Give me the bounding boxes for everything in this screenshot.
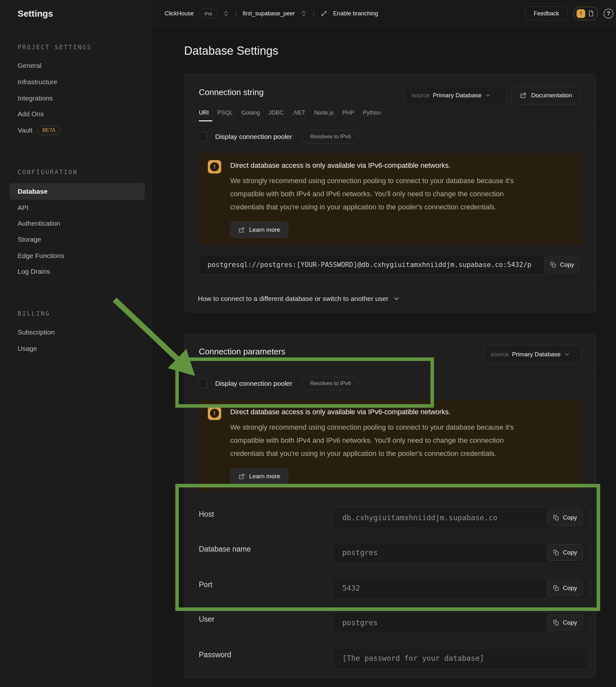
port-label: Port	[199, 578, 212, 591]
alert-icon: !	[577, 9, 585, 18]
copy-icon	[553, 549, 559, 556]
sidebar-item-subscription[interactable]: Subscription	[18, 326, 55, 339]
feedback-button[interactable]: Feedback	[525, 6, 568, 21]
sidebar-item-storage[interactable]: Storage	[18, 233, 41, 246]
tab-jdbc[interactable]: JDBC	[269, 110, 284, 116]
card-divider	[184, 285, 596, 285]
connect-different-database-toggle[interactable]: How to connect to a different database o…	[198, 289, 400, 308]
tab-python[interactable]: Python	[363, 110, 381, 116]
display-pooler-label: Display connection pooler	[215, 380, 292, 387]
copy-icon	[553, 514, 559, 521]
tab-dotnet[interactable]: .NET	[292, 110, 305, 116]
learn-more-button[interactable]: Learn more	[230, 468, 288, 484]
exclamation-glyph: !	[210, 162, 219, 171]
sidebar-item-add-ons[interactable]: Add Ons	[18, 108, 44, 120]
copy-connection-string-button[interactable]: Copy	[544, 257, 580, 273]
copy-icon	[553, 585, 559, 591]
chevrons-up-down-icon[interactable]	[223, 10, 229, 17]
copy-database-name-button[interactable]: Copy	[547, 544, 583, 561]
connect-different-database-label: How to connect to a different database o…	[198, 295, 388, 303]
sidebar-item-integrations[interactable]: Integrations	[18, 92, 53, 105]
warning-body-line: We strongly recommend using connection p…	[230, 174, 514, 187]
copy-port-button[interactable]: Copy	[547, 580, 583, 596]
copy-label: Copy	[563, 549, 577, 556]
source-select-value: Primary Database	[433, 92, 482, 99]
display-connection-pooler-checkbox[interactable]	[198, 379, 207, 388]
chevrons-up-down-icon[interactable]	[301, 10, 307, 17]
tab-psql[interactable]: PSQL	[217, 110, 233, 116]
tab-golang[interactable]: Golang	[241, 110, 260, 116]
breadcrumb-separator: /	[313, 10, 315, 17]
help-icon[interactable]: ?	[603, 9, 613, 19]
password-label: Password	[199, 648, 231, 661]
warning-body: We strongly recommend using connection p…	[230, 421, 514, 460]
source-select[interactable]: source Primary Database	[405, 86, 506, 104]
copy-icon	[553, 619, 559, 626]
warning-title: Direct database access is only available…	[230, 408, 450, 416]
learn-more-label: Learn more	[249, 473, 280, 480]
resolves-ipv6-badge: Resolves to IPv6	[302, 377, 358, 390]
tab-php[interactable]: PHP	[342, 110, 354, 116]
connection-parameters-card: Connection parameters source Primary Dat…	[184, 334, 596, 678]
chevron-down-icon	[564, 351, 570, 358]
documentation-button[interactable]: Documentation	[512, 86, 580, 104]
settings-sidebar: Settings PROJECT SETTINGS General Infras…	[0, 0, 152, 687]
copy-label: Copy	[560, 261, 574, 268]
sidebar-item-api[interactable]: API	[18, 201, 28, 214]
sidebar-item-authentication[interactable]: Authentication	[18, 217, 60, 230]
display-pooler-row: Display connection pooler Resolves to IP…	[198, 374, 358, 393]
warning-body-line: credentials that you're using in your ap…	[230, 200, 514, 214]
warning-title: Direct database access is only available…	[230, 161, 450, 170]
display-connection-pooler-checkbox[interactable]	[198, 132, 207, 141]
warning-icon: !	[208, 406, 221, 420]
copy-label: Copy	[563, 584, 577, 592]
copy-user-button[interactable]: Copy	[547, 614, 583, 631]
sidebar-item-edge-functions[interactable]: Edge Functions	[18, 249, 64, 262]
connection-string-value[interactable]: postgresql://postgres:[YOUR-PASSWORD]@db…	[199, 255, 582, 275]
sidebar-item-log-drains[interactable]: Log Drains	[18, 265, 50, 278]
exclamation-glyph: !	[210, 409, 219, 418]
project-name[interactable]: first_supabase_peer	[243, 10, 295, 17]
password-value[interactable]: [The password for your database]	[332, 648, 589, 669]
external-link-icon	[238, 473, 245, 480]
connection-string-title: Connection string	[199, 87, 264, 97]
org-name[interactable]: ClickHouse	[164, 10, 194, 17]
sidebar-divider	[0, 293, 152, 294]
breadcrumb: ClickHouse Pro / first_supabase_peer / E…	[164, 9, 378, 18]
sidebar-item-infrastructure[interactable]: Infrastructure	[18, 75, 57, 88]
display-pooler-label: Display connection pooler	[215, 133, 292, 140]
breadcrumb-separator: /	[235, 10, 237, 17]
source-select[interactable]: source Primary Database	[484, 346, 581, 363]
copy-host-button[interactable]: Copy	[547, 509, 583, 526]
warning-icon: !	[208, 160, 221, 174]
topbar-actions: Feedback ! ?	[525, 6, 613, 21]
resolves-ipv6-badge: Resolves to IPv6	[302, 130, 358, 143]
source-select-value: Primary Database	[512, 351, 560, 358]
section-label-configuration: CONFIGURATION	[18, 169, 78, 175]
copy-label: Copy	[563, 619, 577, 626]
connection-parameters-title: Connection parameters	[199, 347, 285, 357]
notification-status-pill[interactable]: !	[573, 7, 598, 20]
sidebar-item-usage[interactable]: Usage	[18, 342, 37, 355]
learn-more-button[interactable]: Learn more	[230, 222, 288, 238]
tab-uri[interactable]: URI	[199, 110, 209, 116]
warning-body-line: credentials that you're using in your ap…	[230, 447, 514, 460]
ipv6-warning-banner: ! Direct database access is only availab…	[199, 153, 582, 245]
tab-nodejs[interactable]: Node.js	[314, 110, 334, 116]
source-select-label: source	[412, 92, 430, 99]
user-label: User	[199, 613, 215, 626]
section-label-billing: BILLING	[18, 310, 50, 317]
copy-label: Copy	[563, 514, 577, 521]
sidebar-item-general[interactable]: General	[18, 59, 42, 72]
sidebar-item-label: Vault	[18, 124, 32, 137]
document-icon	[588, 10, 595, 17]
enable-branching-button[interactable]: Enable branching	[333, 10, 378, 17]
copy-icon	[550, 262, 556, 268]
chevron-down-icon	[485, 92, 491, 98]
sidebar-item-database[interactable]: Database	[9, 183, 145, 200]
sidebar-item-vault[interactable]: Vault BETA	[18, 124, 60, 137]
connection-string-card: Connection string source Primary Databas…	[184, 74, 596, 312]
git-branch-icon	[321, 10, 328, 17]
sidebar-header-divider	[0, 27, 152, 27]
external-link-icon	[238, 227, 245, 234]
